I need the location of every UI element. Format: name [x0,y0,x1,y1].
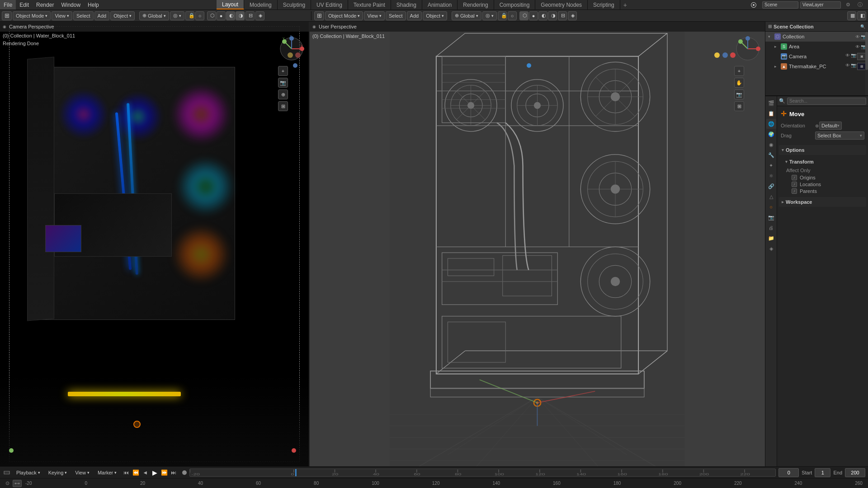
camera-btn[interactable]: 📷 [278,78,288,88]
left-viewport[interactable]: ◉ Camera Perspective (0) Collection | Wa… [0,22,310,466]
shading-rendered[interactable]: ◑ [236,11,245,20]
jump-end-btn[interactable]: ⏭ [170,469,178,477]
view-menu[interactable]: View ▾ [52,11,72,20]
props-icon-object[interactable]: ◉ [766,140,776,150]
view-menu-timeline[interactable]: View▾ [72,468,92,477]
props-icon-particles[interactable]: ✦ [766,160,776,170]
props-icon-render[interactable]: 📷 [766,212,776,222]
tab-modeling[interactable]: Modeling [244,0,278,9]
camera-btn-r[interactable]: 📷 [734,89,744,99]
timeline-bar[interactable]: -20 0 20 40 60 80 100 120 140 160 [189,469,776,477]
menu-edit[interactable]: Edit [16,0,33,9]
props-icon-modifiers[interactable]: 🔧 [766,150,776,160]
props-icon-view-layer[interactable]: 📁 [766,233,776,243]
camera-render-toggle[interactable]: 📷 [851,53,856,60]
add-workspace-button[interactable]: + [620,0,630,10]
props-icon-output[interactable]: 🖨 [766,223,776,233]
statusbar-icon[interactable]: ⊙ [4,480,11,487]
blender-icon[interactable]: ⦿ [747,1,760,9]
playback-menu[interactable]: Playback▾ [14,468,43,477]
shading-solid-r[interactable]: ● [529,11,538,20]
shading-material-r[interactable]: ◐ [538,11,547,20]
end-frame[interactable]: 200 [845,468,865,477]
snap-toggle[interactable]: 🔒 [185,11,194,20]
drag-dropdown[interactable]: Select Box ▾ [815,131,864,140]
icon-settings[interactable]: ⚙ [843,0,854,10]
object-menu-r[interactable]: Object▾ [423,11,447,20]
viewport-overlays[interactable]: ⊟ [245,11,255,20]
frame-current-display[interactable]: 0 [778,468,799,477]
marker-menu[interactable]: Marker▾ [95,468,119,477]
icon-info[interactable]: ⓘ [854,0,865,10]
tab-sculpting[interactable]: Sculpting [278,0,311,9]
outliner-item-thermaltake[interactable]: ▸ ▲ Thermaltake_PC 👁 📷 ▦ [765,61,868,71]
timeline-icon[interactable] [3,469,11,477]
outliner-item-camera[interactable]: 📷 Camera 👁 📷 ▣ [765,52,868,61]
nav-gizmo-right[interactable] [734,35,761,62]
transform-pivot-r[interactable]: ◎▾ [482,11,497,20]
parents-checkbox[interactable]: ✗ [792,188,797,194]
grid-btn-r[interactable]: ⊞ [734,101,744,111]
shading-material[interactable]: ◐ [226,11,235,20]
outliner-filter-btn[interactable]: 🔍 [860,24,865,29]
pc-visibility-toggle[interactable]: 👁 [845,63,850,70]
orientation-dropdown[interactable]: Default ▾ [819,122,842,130]
tab-layout[interactable]: Layout [217,0,244,9]
right-viewport[interactable]: ◉ User Perspective (0) Collection | Wate… [310,22,765,466]
lock-btn[interactable]: ⊕ [278,89,288,99]
shading-solid[interactable]: ● [217,11,226,20]
proportional-r[interactable]: ○ [508,11,517,20]
shading-wire[interactable]: ⬡ [207,11,216,20]
viewlayer-selector[interactable]: ViewLayer [800,1,841,9]
area-visibility-toggle[interactable]: 👁 [855,44,860,49]
tab-scripting[interactable]: Scripting [588,0,620,9]
transform-orientation[interactable]: ⊕Global▾ [139,11,169,20]
menu-help[interactable]: Help [84,0,103,9]
xray-toggle[interactable]: ◈ [255,11,264,20]
toggle-sidebar[interactable]: ◧ [857,11,866,20]
props-search-input[interactable] [787,98,866,105]
editor-type-btn-r[interactable]: ⊞ [314,11,324,20]
playhead[interactable] [295,469,296,476]
expand-arrow-pc[interactable]: ▸ [774,64,779,69]
xray-toggle-r[interactable]: ◈ [568,11,577,20]
object-mode-dropdown[interactable]: Object Mode ▾ [13,11,51,20]
props-icon-constraints[interactable]: 🔗 [766,181,776,191]
render-region[interactable]: ▦ [847,11,856,20]
tab-animation[interactable]: Animation [422,0,458,9]
props-icon-material[interactable]: ○ [766,202,776,212]
add-menu[interactable]: Add [94,11,110,20]
nav-gizmo-left[interactable]: X Y Z [278,35,305,62]
visibility-toggle[interactable]: 👁 [855,34,860,39]
grid-btn[interactable]: ⊞ [278,101,288,111]
move-btn-r[interactable]: ✋ [734,78,744,88]
outliner-scrollbar[interactable] [865,32,868,95]
viewport-overlays-r[interactable]: ⊟ [558,11,567,20]
shading-rendered-r[interactable]: ◑ [548,11,557,20]
play-reverse-btn[interactable]: ◄ [141,469,149,477]
props-icon-physics[interactable]: ⚛ [766,171,776,181]
start-frame[interactable]: 1 [815,468,830,477]
tab-uv-editing[interactable]: UV Editing [311,0,348,9]
add-menu-r[interactable]: Add [407,11,422,20]
options-header[interactable]: ▾ Options [779,145,866,155]
object-mode-dropdown-r[interactable]: Object Mode▾ [325,11,363,20]
props-icon-scene2[interactable]: ◈ [766,244,776,253]
props-icon-scene-data[interactable]: 🌐 [766,119,776,129]
expand-arrow[interactable]: ▾ [768,34,773,39]
expand-arrow-area[interactable]: ▸ [774,44,779,49]
tab-geometry-nodes[interactable]: Geometry Nodes [535,0,588,9]
view-menu-r[interactable]: View▾ [364,11,385,20]
transform-header[interactable]: ▾ Transform [783,157,866,167]
workspace-header[interactable]: ▸ Workspace [779,197,866,207]
tab-shading[interactable]: Shading [391,0,422,9]
select-menu-r[interactable]: Select [386,11,406,20]
props-icon-scene[interactable]: 🎬 [766,98,776,108]
menu-render[interactable]: Render [33,0,57,9]
zoom-in-btn-r[interactable]: + [734,66,744,76]
props-icon-world[interactable]: 🌍 [766,129,776,139]
shading-wire-r[interactable]: ⬡ [519,11,528,20]
scrub-area[interactable] [13,480,22,487]
tab-texture-paint[interactable]: Texture Paint [348,0,391,9]
transform-pivot[interactable]: ◎▾ [170,11,184,20]
